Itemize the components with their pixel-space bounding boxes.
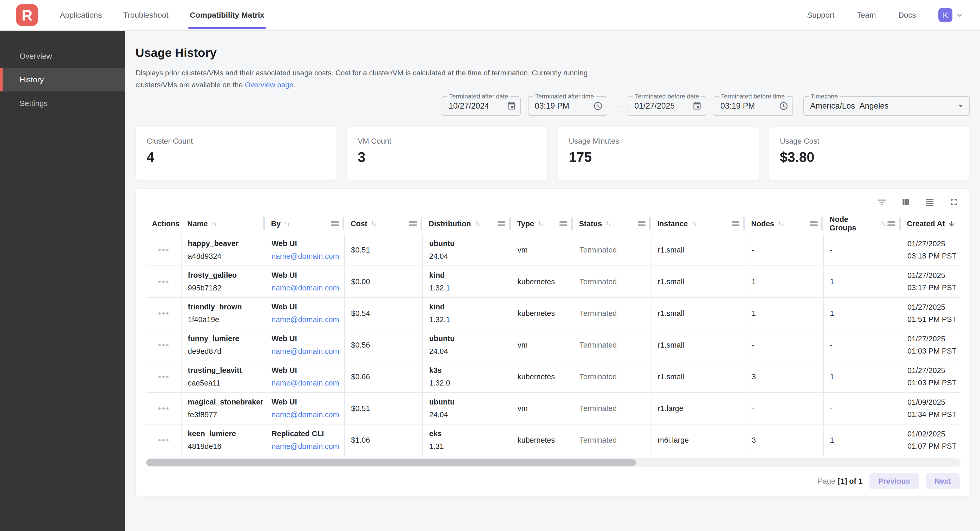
sidebar-item-overview[interactable]: Overview <box>0 44 125 68</box>
sort-icon[interactable] <box>605 220 612 228</box>
created-by-email[interactable]: name@domain.com <box>272 442 344 451</box>
nav-item-troubleshoot[interactable]: Troubleshoot <box>123 0 169 30</box>
created-by-email[interactable]: name@domain.com <box>272 411 344 419</box>
terminated-after-date-field[interactable]: Terminated after date 10/27/2024 <box>442 96 521 116</box>
nav-item-compatibility-matrix[interactable]: Compatibility Matrix <box>190 0 264 30</box>
nav-item-team[interactable]: Team <box>857 11 876 19</box>
column-header-created-at[interactable]: Created At <box>900 214 961 234</box>
columns-button[interactable] <box>900 196 912 208</box>
terminated-after-time-value[interactable]: 03:19 PM <box>535 101 570 111</box>
horizontal-scrollbar[interactable] <box>146 458 961 467</box>
column-separator[interactable] <box>899 217 900 230</box>
timezone-value[interactable]: America/Los_Angeles <box>810 101 889 111</box>
replicated-logo[interactable]: R <box>16 4 38 26</box>
row-actions-button[interactable] <box>158 249 169 251</box>
column-header-instance[interactable]: Instance <box>651 214 745 234</box>
column-menu-icon[interactable] <box>331 221 339 226</box>
fullscreen-button[interactable] <box>948 196 960 208</box>
sidebar-item-settings[interactable]: Settings <box>0 92 125 115</box>
column-menu-icon[interactable] <box>560 221 567 226</box>
column-separator[interactable] <box>743 217 745 230</box>
created-by-email[interactable]: name@domain.com <box>272 252 344 261</box>
column-header-distribution[interactable]: Distribution <box>422 214 511 234</box>
column-menu-icon[interactable] <box>498 221 505 226</box>
sort-icon[interactable] <box>370 220 378 228</box>
sort-icon[interactable] <box>880 220 888 228</box>
column-header-by[interactable]: By <box>265 214 344 234</box>
row-actions-button[interactable] <box>158 281 169 283</box>
sort-icon[interactable] <box>210 220 218 228</box>
column-header-actions[interactable]: Actions <box>146 214 181 234</box>
column-separator[interactable] <box>342 217 344 230</box>
column-separator[interactable] <box>420 217 422 230</box>
stat-card-vm-count: VM Count3 <box>347 126 548 180</box>
row-actions-button[interactable] <box>158 439 169 441</box>
terminated-before-time-value[interactable]: 03:19 PM <box>721 101 755 111</box>
type-cell: vm <box>511 330 573 361</box>
column-menu-icon[interactable] <box>732 221 740 226</box>
row-actions-button[interactable] <box>158 407 169 410</box>
created-by-email[interactable]: name@domain.com <box>272 379 344 387</box>
terminated-before-date-value[interactable]: 01/27/2025 <box>634 101 675 111</box>
created-by-email[interactable]: name@domain.com <box>272 315 344 324</box>
page-description: Displays prior clusters/VMs and their as… <box>135 67 631 91</box>
column-header-name[interactable]: Name <box>181 214 265 234</box>
column-separator[interactable] <box>571 217 573 230</box>
type-value: kubernetes <box>517 277 573 286</box>
clock-icon[interactable] <box>593 101 603 111</box>
by-cell: Web UIname@domain.com <box>265 234 344 265</box>
column-separator[interactable] <box>263 217 265 230</box>
nav-item-docs[interactable]: Docs <box>898 11 916 19</box>
column-header-node-groups[interactable]: Node Groups <box>823 214 900 234</box>
column-menu-icon[interactable] <box>888 221 895 226</box>
terminated-after-date-value[interactable]: 10/27/2024 <box>449 101 489 111</box>
row-actions-button[interactable] <box>158 376 169 378</box>
terminated-before-time-field[interactable]: Terminated before time 03:19 PM <box>714 96 793 116</box>
sort-icon[interactable] <box>690 220 698 228</box>
column-header-status[interactable]: Status <box>573 214 651 234</box>
timezone-select[interactable]: Timezone America/Los_Angeles <box>803 96 970 116</box>
avatar[interactable]: K <box>939 8 953 22</box>
nav-item-applications[interactable]: Applications <box>60 0 102 30</box>
filter-button[interactable] <box>876 196 888 208</box>
column-label: Distribution <box>429 220 471 228</box>
sort-icon[interactable] <box>474 220 481 228</box>
fullscreen-icon <box>949 197 959 207</box>
previous-button[interactable]: Previous <box>869 473 919 489</box>
density-button[interactable] <box>924 196 936 208</box>
calendar-icon[interactable] <box>692 101 702 111</box>
created-at-time: 01:03 PM PST <box>907 347 961 355</box>
row-actions-button[interactable] <box>158 344 169 346</box>
row-actions-button[interactable] <box>158 312 169 315</box>
column-menu-icon[interactable] <box>409 221 417 226</box>
clock-icon[interactable] <box>779 101 788 111</box>
column-separator[interactable] <box>649 217 651 230</box>
created-by-email[interactable]: name@domain.com <box>272 347 344 356</box>
type-value: vm <box>517 246 573 254</box>
column-header-nodes[interactable]: Nodes <box>745 214 823 234</box>
sort-icon[interactable] <box>537 220 545 228</box>
column-menu-icon[interactable] <box>810 221 818 226</box>
next-button[interactable]: Next <box>926 473 960 489</box>
cluster-id: 4819de16 <box>188 442 265 451</box>
instance-cell: r1.small <box>651 298 745 329</box>
column-header-cost[interactable]: Cost <box>344 214 422 234</box>
terminated-before-date-field[interactable]: Terminated before date 01/27/2025 <box>628 96 706 116</box>
terminated-after-time-field[interactable]: Terminated after time 03:19 PM <box>528 96 607 116</box>
chevron-down-icon[interactable] <box>955 10 965 20</box>
sidebar-item-history[interactable]: History <box>0 68 125 92</box>
sort-icon[interactable] <box>777 220 785 228</box>
column-header-type[interactable]: Type <box>511 214 573 234</box>
nav-item-support[interactable]: Support <box>807 11 834 19</box>
dropdown-arrow-icon[interactable] <box>956 101 965 110</box>
scrollbar-thumb[interactable] <box>146 459 636 466</box>
column-separator[interactable] <box>821 217 823 230</box>
sort-icon[interactable] <box>283 220 291 228</box>
column-menu-icon[interactable] <box>638 221 646 226</box>
overview-page-link[interactable]: Overview page <box>245 81 293 89</box>
column-separator[interactable] <box>509 217 511 230</box>
sort-desc-icon[interactable] <box>948 220 956 228</box>
created-by-email[interactable]: name@domain.com <box>272 284 344 292</box>
created-at-time: 01:51 PM PST <box>907 315 961 324</box>
calendar-icon[interactable] <box>507 101 516 111</box>
